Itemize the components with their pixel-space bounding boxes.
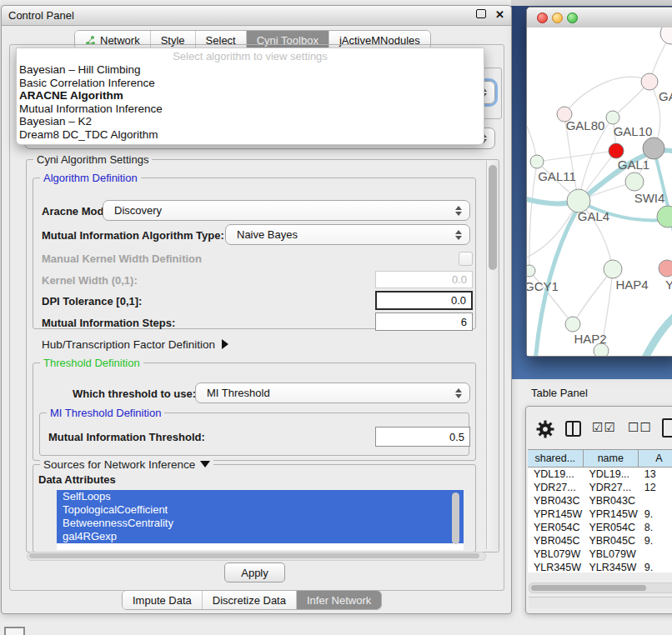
table-cell: YLR345W bbox=[583, 561, 638, 572]
network-view-window: GALGAL80GAL10GAL1GAL11SWI4GAL4GCY1HAP4YH… bbox=[526, 7, 672, 357]
network-edge[interactable] bbox=[529, 162, 537, 271]
table-row[interactable]: YDR27...YDR27...12 bbox=[528, 481, 672, 494]
table-row[interactable]: YER054CYER054C8. bbox=[528, 521, 672, 534]
network-node[interactable] bbox=[606, 111, 619, 124]
table-cell: YBR045C bbox=[583, 534, 638, 548]
network-canvas[interactable]: GALGAL80GAL10GAL1GAL11SWI4GAL4GCY1HAP4YH… bbox=[527, 28, 672, 356]
attribute-item[interactable]: BetweennessCentrality bbox=[57, 517, 464, 530]
network-node[interactable] bbox=[641, 73, 658, 90]
table-row[interactable]: YDL19...YDL19...13 bbox=[528, 468, 672, 481]
mi-threshold-title: MI Threshold Definition bbox=[47, 407, 164, 419]
table-toolbar: ☑☑ ☐☐ bbox=[526, 413, 672, 443]
settings-scrollbar[interactable] bbox=[486, 161, 499, 549]
algorithm-option[interactable]: ARACNE Algorithm bbox=[17, 89, 484, 102]
column-header[interactable]: shared... bbox=[528, 450, 584, 467]
network-node[interactable] bbox=[643, 138, 664, 159]
which-threshold-combo[interactable]: MI Threshold bbox=[195, 382, 470, 403]
kernel-width-field[interactable]: 0.0 bbox=[375, 271, 473, 288]
table-row[interactable]: YBL079WYBL079W bbox=[528, 548, 672, 561]
table-cell: YDL19... bbox=[583, 468, 638, 481]
algorithm-option[interactable]: Basic Correlation Inference bbox=[17, 77, 484, 90]
network-node[interactable] bbox=[659, 260, 672, 277]
node-label: Y bbox=[665, 278, 672, 292]
sources-group-title[interactable]: Sources for Network Inference bbox=[40, 458, 213, 471]
manual-kernel-checkbox[interactable] bbox=[459, 252, 473, 266]
minimized-window-icon[interactable] bbox=[4, 627, 25, 635]
algorithm-definition-title: Algorithm Definition bbox=[40, 172, 141, 184]
network-node[interactable] bbox=[660, 28, 672, 44]
network-node[interactable] bbox=[604, 260, 622, 278]
tab-label: Infer Network bbox=[307, 594, 371, 607]
column-header[interactable]: A bbox=[639, 450, 672, 467]
network-node[interactable] bbox=[527, 265, 535, 277]
new-table-icon[interactable] bbox=[662, 418, 672, 438]
gear-icon[interactable] bbox=[536, 420, 554, 442]
node-label: GAL11 bbox=[538, 169, 576, 183]
network-node[interactable] bbox=[530, 155, 544, 168]
tab-impute-data[interactable]: Impute Data bbox=[123, 591, 203, 609]
settings-group-title: Cyni Algorithm Settings bbox=[33, 153, 152, 166]
data-attributes-list[interactable]: SelfLoopsTopologicalCoefficientBetweenne… bbox=[57, 490, 464, 550]
table-cell: YPR145W bbox=[583, 508, 638, 521]
mi-steps-field[interactable]: 6 bbox=[375, 312, 473, 331]
node-label: GAL4 bbox=[578, 209, 609, 223]
select-columns-icon[interactable]: ☑☑ bbox=[592, 420, 616, 435]
network-node[interactable] bbox=[609, 143, 624, 158]
zoom-window-icon[interactable] bbox=[567, 12, 578, 23]
mi-threshold-field[interactable]: 0.5 bbox=[375, 427, 470, 447]
which-threshold-label: Which threshold to use: bbox=[73, 388, 196, 400]
attributes-scrollbar[interactable] bbox=[450, 491, 461, 549]
table-hscrollbar[interactable] bbox=[529, 582, 672, 593]
tab-label: Discretize Data bbox=[213, 594, 286, 607]
node-table: shared...nameA YDL19...YDL19...13YDR27..… bbox=[528, 449, 672, 572]
table-row[interactable]: YBR043CYBR043C bbox=[528, 494, 672, 508]
table-row[interactable]: YLR345WYLR345W9. bbox=[528, 561, 672, 572]
algorithm-option[interactable]: Dream8 DC_TDC Algorithm bbox=[17, 128, 484, 142]
table-row[interactable]: YBR045CYBR045C9. bbox=[528, 534, 672, 548]
aracne-mode-combo[interactable]: Discovery bbox=[103, 200, 470, 221]
mi-type-combo[interactable]: Naive Bayes bbox=[225, 224, 470, 245]
algorithm-option[interactable]: Bayesian – Hill Climbing bbox=[17, 63, 484, 77]
table-cell: 9. bbox=[639, 561, 672, 572]
settings-hscrollbar[interactable] bbox=[27, 552, 486, 561]
hub-definition-toggle[interactable]: Hub/Transcription Factor Definition bbox=[42, 338, 228, 351]
node-label: HAP4 bbox=[615, 278, 648, 292]
algorithm-option[interactable]: Bayesian – K2 bbox=[17, 115, 484, 128]
attribute-item[interactable]: TopologicalCoefficient bbox=[57, 503, 464, 517]
table-cell: YBR043C bbox=[528, 494, 583, 508]
mi-type-value: Naive Bayes bbox=[237, 228, 298, 241]
network-edge[interactable] bbox=[537, 151, 616, 162]
table-row[interactable]: YPR145WYPR145W9. bbox=[528, 508, 672, 521]
tab-discretize-data[interactable]: Discretize Data bbox=[203, 591, 297, 609]
float-button[interactable] bbox=[476, 9, 486, 18]
attribute-item[interactable]: SelfLoops bbox=[57, 490, 464, 503]
table-cell: YER054C bbox=[528, 521, 583, 534]
unselect-columns-icon[interactable]: ☐☐ bbox=[628, 420, 652, 435]
table-cell: YER054C bbox=[583, 521, 638, 534]
algorithm-option[interactable]: Mutual Information Inference bbox=[17, 102, 484, 116]
mi-threshold-label: Mutual Information Threshold: bbox=[48, 431, 205, 443]
tab-infer-network[interactable]: Infer Network bbox=[297, 591, 381, 609]
combo-arrows-icon bbox=[455, 229, 462, 241]
combo-arrows-icon bbox=[455, 388, 462, 399]
dpi-tolerance-field[interactable]: 0.0 bbox=[375, 291, 473, 310]
column-header[interactable]: name bbox=[584, 450, 639, 467]
apply-button[interactable]: Apply bbox=[224, 562, 285, 582]
table-cell: YPR145W bbox=[528, 508, 583, 521]
table-cell: YDL19... bbox=[528, 468, 583, 481]
control-panel-title: Control Panel bbox=[8, 9, 74, 22]
attribute-item[interactable]: gal4RGexp bbox=[57, 530, 464, 543]
network-node[interactable] bbox=[657, 206, 672, 228]
table-panel-title: Table Panel bbox=[531, 387, 588, 399]
close-window-icon[interactable] bbox=[537, 12, 548, 23]
minimize-window-icon[interactable] bbox=[552, 12, 563, 23]
threshold-definition-title: Threshold Definition bbox=[40, 357, 143, 369]
node-label: SWI4 bbox=[634, 191, 665, 205]
close-button[interactable]: ✕ bbox=[495, 9, 504, 21]
network-edge[interactable] bbox=[642, 308, 672, 356]
mi-type-label: Mutual Information Algorithm Type: bbox=[42, 229, 224, 242]
network-node[interactable] bbox=[565, 317, 580, 332]
table-cell: 9. bbox=[639, 534, 672, 548]
split-columns-icon[interactable] bbox=[565, 421, 581, 437]
network-node[interactable] bbox=[625, 172, 644, 191]
